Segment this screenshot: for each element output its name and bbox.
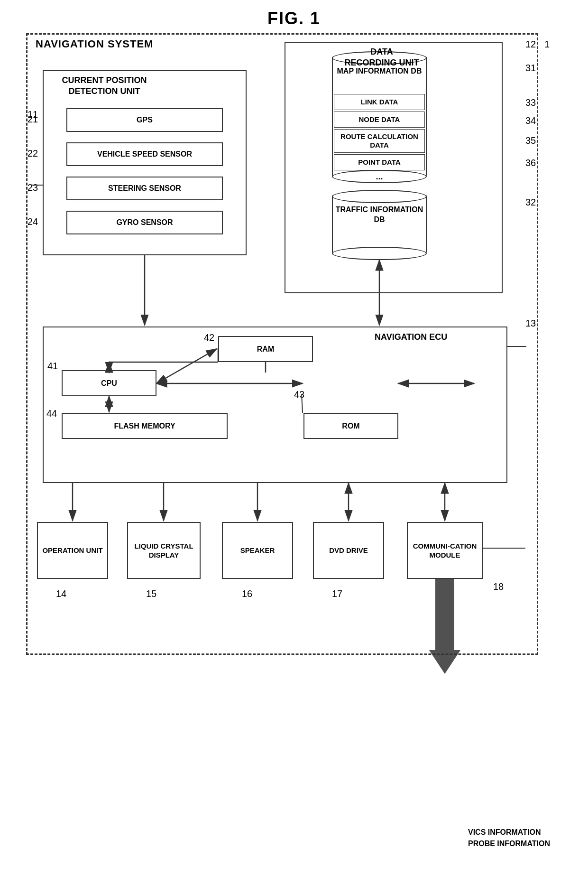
operation-unit-box: OPERATION UNIT bbox=[37, 522, 108, 579]
ref-24: 24 bbox=[28, 216, 38, 227]
ref-35: 35 bbox=[525, 135, 536, 146]
map-db-label: MAP INFORMATION DB bbox=[332, 66, 427, 76]
gps-box: GPS bbox=[66, 108, 223, 132]
cpdu-label: CURRENT POSITION DETECTION UNIT bbox=[57, 75, 152, 97]
ref-36: 36 bbox=[525, 158, 536, 168]
rom-box: ROM bbox=[303, 413, 398, 439]
ref-21: 21 bbox=[28, 114, 38, 125]
ellipsis-row: ... bbox=[334, 172, 425, 181]
gyro-sensor-box: GYRO SENSOR bbox=[66, 211, 223, 234]
ref-22: 22 bbox=[28, 148, 38, 159]
ref-12: 12 bbox=[525, 39, 536, 50]
ref-31: 31 bbox=[525, 63, 536, 74]
route-calc-data-row: ROUTE CALCULATION DATA bbox=[334, 129, 425, 153]
ref-15: 15 bbox=[146, 588, 156, 599]
ref-1: 1 bbox=[544, 39, 550, 50]
comm-module-box: COMMUNI-CATION MODULE bbox=[407, 522, 483, 579]
cpu-box: CPU bbox=[62, 370, 156, 396]
ref-32: 32 bbox=[525, 197, 536, 208]
link-data-row: LINK DATA bbox=[334, 94, 425, 110]
vics-info-label: VICS INFORMATION PROBE INFORMATION bbox=[468, 827, 550, 849]
figure-title: FIG. 1 bbox=[0, 9, 588, 28]
ref-23: 23 bbox=[28, 182, 38, 193]
flash-memory-box: FLASH MEMORY bbox=[62, 413, 228, 439]
nav-ecu-label: NAVIGATION ECU bbox=[375, 332, 447, 342]
data-recording-label: DATA RECORDING UNIT bbox=[344, 47, 420, 69]
node-data-row: NODE DATA bbox=[334, 112, 425, 128]
ref-43: 43 bbox=[294, 389, 304, 400]
ref-33: 33 bbox=[525, 97, 536, 108]
ref-44: 44 bbox=[46, 408, 57, 419]
steering-sensor-box: STEERING SENSOR bbox=[66, 177, 223, 200]
ref-13: 13 bbox=[525, 318, 536, 329]
lcd-box: LIQUID CRYSTAL DISPLAY bbox=[127, 522, 201, 579]
traffic-db-bottom-ellipse bbox=[332, 247, 427, 260]
traffic-db-top-ellipse bbox=[332, 190, 427, 203]
nav-system-label: NAVIGATION SYSTEM bbox=[36, 38, 153, 50]
dvd-drive-box: DVD DRIVE bbox=[313, 522, 384, 579]
ref-34: 34 bbox=[525, 115, 536, 126]
ref-17: 17 bbox=[332, 588, 342, 599]
ram-box: RAM bbox=[218, 336, 313, 362]
ref-42: 42 bbox=[204, 332, 214, 343]
traffic-db-label: TRAFFIC INFORMATION DB bbox=[332, 205, 427, 225]
ref-16: 16 bbox=[242, 588, 252, 599]
ref-18: 18 bbox=[493, 581, 504, 592]
point-data-row: POINT DATA bbox=[334, 154, 425, 170]
vehicle-speed-sensor-box: VEHICLE SPEED SENSOR bbox=[66, 142, 223, 166]
ref-14: 14 bbox=[56, 588, 66, 599]
speaker-box: SPEAKER bbox=[222, 522, 293, 579]
ref-41: 41 bbox=[47, 361, 58, 372]
